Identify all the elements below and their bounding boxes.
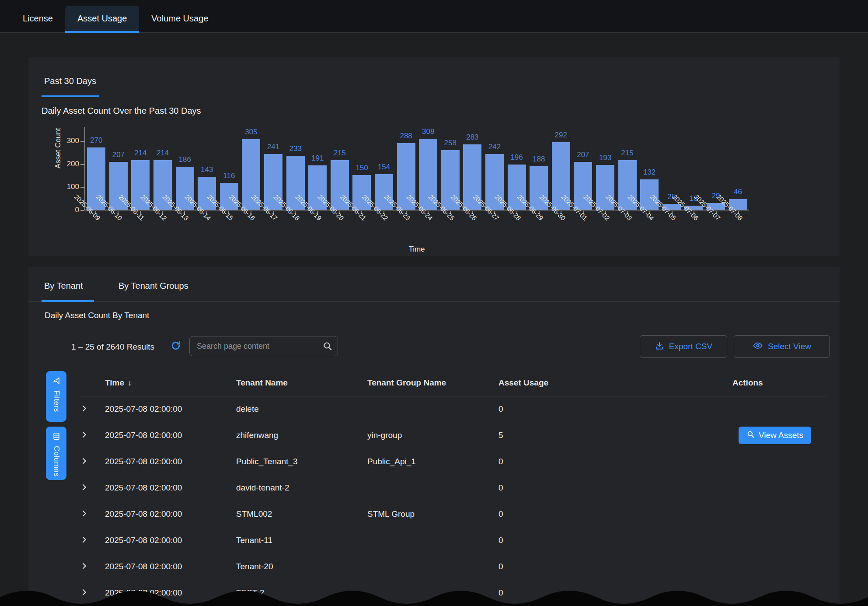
- table-row: 2025-07-08 02:00:00Tenant-200: [79, 553, 826, 580]
- download-icon: [655, 341, 664, 353]
- row-expand-button[interactable]: [79, 482, 90, 494]
- chevron-right-icon: [80, 486, 88, 492]
- row-asset-usage: 0: [498, 475, 732, 501]
- top-tab-volume-usage[interactable]: Volume Usage: [139, 6, 220, 33]
- table-row: 2025-07-08 02:00:00david-tenant-20: [79, 475, 826, 501]
- tab-by-tenant[interactable]: By Tenant: [42, 267, 94, 301]
- row-expand-button[interactable]: [79, 429, 90, 441]
- row-actions: [732, 475, 826, 501]
- filter-icon: [52, 376, 61, 386]
- tab-past-30-days[interactable]: Past 30 Days: [42, 57, 99, 97]
- column-header-tenant-group-name[interactable]: Tenant Group Name: [367, 370, 498, 396]
- filters-button[interactable]: Filters: [46, 371, 66, 422]
- export-csv-label: Export CSV: [669, 342, 712, 351]
- bar-value-label: 283: [466, 133, 478, 142]
- select-view-button[interactable]: Select View: [734, 335, 830, 358]
- column-header-actions[interactable]: Actions: [732, 370, 826, 396]
- refresh-icon: [170, 346, 181, 353]
- y-tick-label: 0: [53, 206, 79, 214]
- chevron-right-icon: [80, 433, 88, 440]
- tab-by-tenant-groups[interactable]: By Tenant Groups: [116, 267, 191, 301]
- row-tenant-group-name: yin-group: [367, 422, 498, 448]
- bar-value-label: 214: [134, 149, 146, 158]
- row-actions: [732, 396, 826, 422]
- table-row: 2025-07-08 02:00:00Public_Tenant_3Public…: [79, 448, 826, 475]
- asset-usage-table-card: By Tenant By Tenant Groups Daily Asset C…: [28, 267, 840, 606]
- bar-value-label: 46: [734, 188, 742, 196]
- row-tenant-group-name: [367, 553, 498, 580]
- bar-value-label: 305: [245, 128, 257, 137]
- row-expand-button[interactable]: [79, 403, 90, 415]
- bar-value-label: 215: [334, 149, 346, 158]
- bar-value-label: 188: [533, 155, 545, 164]
- row-tenant-name: Public_Tenant_3: [236, 448, 367, 475]
- search-input[interactable]: [189, 336, 338, 356]
- row-asset-usage: 0: [498, 553, 732, 580]
- chart-title: Daily Asset Count Over the Past 30 Days: [42, 106, 201, 116]
- bar-value-label: 258: [444, 139, 457, 147]
- table-row: 2025-07-08 02:00:00zhifenwangyin-group5V…: [79, 422, 826, 448]
- row-tenant-group-name: [367, 396, 498, 422]
- table-subtitle: Daily Asset Count By Tenant: [45, 311, 149, 320]
- y-tick-mark: [80, 141, 84, 142]
- y-tick-mark: [80, 164, 84, 165]
- refresh-button[interactable]: [169, 340, 182, 353]
- top-tab-asset-usage[interactable]: Asset Usage: [65, 6, 139, 33]
- columns-button[interactable]: Columns: [46, 427, 66, 480]
- chevron-right-icon: [80, 407, 88, 413]
- bar-column: 46: [727, 127, 749, 210]
- row-expand-button[interactable]: [79, 560, 90, 573]
- row-expand-button[interactable]: [79, 508, 90, 520]
- y-tick-label: 300: [53, 137, 79, 145]
- y-tick-mark: [80, 210, 84, 211]
- chevron-right-icon: [80, 512, 88, 518]
- bar-value-label: 154: [378, 163, 390, 172]
- bar-value-label: 132: [643, 168, 655, 177]
- tenant-usage-table: Time↓Tenant NameTenant Group NameAsset U…: [79, 370, 826, 606]
- row-tenant-name: STML002: [236, 501, 367, 527]
- bar-value-label: 292: [555, 131, 567, 140]
- bar-value-label: 270: [90, 136, 102, 145]
- table-row: 2025-07-08 02:00:00delete0: [79, 396, 826, 422]
- row-asset-usage: 0: [498, 396, 732, 422]
- bar-value-label: 207: [112, 151, 125, 159]
- y-tick-label: 100: [53, 182, 79, 191]
- row-tenant-group-name: Public_Api_1: [367, 448, 498, 475]
- bar-value-label: 191: [311, 154, 324, 163]
- row-actions: [732, 527, 826, 553]
- row-tenant-name: david-tenant-2: [236, 475, 367, 501]
- bar-value-label: 242: [488, 143, 501, 151]
- row-asset-usage: 0: [498, 501, 732, 527]
- row-tenant-name: Tenant-11: [236, 527, 367, 553]
- column-header-time[interactable]: Time↓: [105, 370, 236, 396]
- eye-icon: [753, 340, 763, 353]
- row-asset-usage: 0: [498, 527, 732, 553]
- x-axis: 2025-06-092025-06-102025-06-112025-06-12…: [84, 211, 749, 242]
- columns-label: Columns: [52, 446, 61, 477]
- view-assets-label: View Assets: [759, 431, 803, 440]
- row-tenant-group-name: [367, 527, 498, 553]
- table-row: 2025-07-08 02:00:00STML002STML Group0: [79, 501, 826, 527]
- row-expand-button[interactable]: [79, 455, 90, 468]
- bar-value-label: 214: [157, 149, 169, 158]
- column-header-tenant-name[interactable]: Tenant Name: [236, 370, 367, 396]
- x-axis-label: Time: [84, 245, 749, 254]
- bar-value-label: 143: [201, 165, 213, 174]
- view-assets-button[interactable]: View Assets: [739, 427, 811, 444]
- column-header-asset-usage[interactable]: Asset Usage: [498, 370, 732, 396]
- y-tick-mark: [80, 187, 84, 188]
- row-expand-button[interactable]: [79, 534, 90, 546]
- y-tick-label: 200: [53, 160, 79, 168]
- chevron-right-icon: [80, 564, 88, 571]
- row-actions: [732, 553, 826, 580]
- row-time: 2025-07-08 02:00:00: [105, 501, 236, 527]
- chevron-right-icon: [80, 538, 88, 545]
- chevron-right-icon: [80, 459, 88, 466]
- row-tenant-name: Tenant-20: [236, 553, 367, 580]
- top-tab-license[interactable]: License: [10, 6, 65, 33]
- row-actions: [732, 501, 826, 527]
- filters-label: Filters: [52, 390, 61, 412]
- table-header-row: Time↓Tenant NameTenant Group NameAsset U…: [79, 370, 826, 396]
- export-csv-button[interactable]: Export CSV: [640, 335, 727, 358]
- asset-usage-chart-card: Past 30 Days Daily Asset Count Over the …: [28, 57, 840, 256]
